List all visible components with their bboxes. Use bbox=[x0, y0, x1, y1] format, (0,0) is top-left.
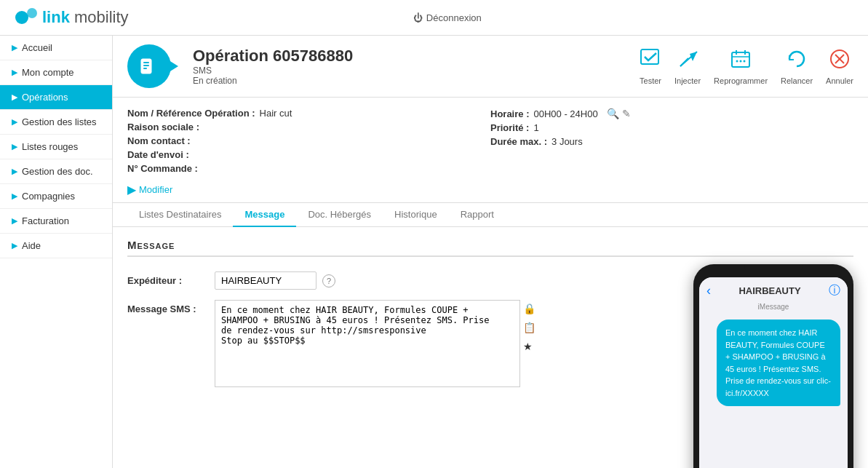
main-layout: ▶ Accueil ▶ Mon compte ▶ Opérations ▶ Ge… bbox=[0, 36, 868, 468]
form-fields: Expéditeur : ? Message SMS : En ce momen… bbox=[127, 271, 672, 468]
detail-date: Date d'envoi : bbox=[127, 149, 490, 160]
svg-rect-6 bbox=[641, 49, 658, 64]
tabs-bar: Listes Destinataires Message Doc. Héberg… bbox=[113, 203, 868, 227]
copy-icon[interactable]: 📋 bbox=[523, 322, 535, 333]
reprogrammer-button[interactable]: Reprogrammer bbox=[714, 48, 768, 85]
detail-priorite: Priorité : 1 bbox=[490, 122, 853, 133]
chevron-right-icon: ▶ bbox=[12, 241, 17, 250]
chevron-right-icon: ▶ bbox=[12, 167, 17, 176]
chevron-right-icon: ▶ bbox=[12, 68, 17, 77]
chevron-right-icon: ▶ bbox=[12, 142, 17, 151]
svg-point-0 bbox=[15, 11, 28, 24]
form-row-sms: Message SMS : En ce moment chez HAIR BEA… bbox=[127, 300, 672, 387]
sidebar-item-mon-compte[interactable]: ▶ Mon compte bbox=[0, 60, 112, 85]
refresh-icon bbox=[786, 48, 808, 74]
annuler-button[interactable]: Annuler bbox=[826, 48, 853, 85]
operation-icon bbox=[127, 44, 171, 88]
chevron-right-icon: ▶ bbox=[12, 191, 17, 201]
send-icon bbox=[677, 48, 698, 74]
lock-icon[interactable]: 🔒 bbox=[523, 303, 535, 314]
message-section: Message Expéditeur : ? Message SMS : bbox=[113, 227, 868, 468]
tab-doc[interactable]: Doc. Hébergés bbox=[296, 203, 383, 227]
svg-rect-5 bbox=[143, 68, 147, 69]
detail-contact: Nom contact : bbox=[127, 135, 490, 146]
sms-icons: 🔒 📋 ★ bbox=[523, 300, 535, 352]
sidebar-item-aide[interactable]: ▶ Aide bbox=[0, 234, 112, 258]
phone-bubble-wrap: En ce moment chez HAIR BEAUTY, Formules … bbox=[699, 315, 848, 324]
svg-point-14 bbox=[736, 60, 738, 62]
tester-button[interactable]: Tester bbox=[640, 48, 661, 85]
chevron-right-icon: ▶ bbox=[12, 43, 17, 52]
svg-rect-4 bbox=[143, 65, 149, 66]
deconnexion-button[interactable]: ⏻ Déconnexion bbox=[413, 12, 482, 23]
relancer-button[interactable]: Relancer bbox=[781, 48, 813, 85]
star-icon[interactable]: ★ bbox=[523, 341, 535, 352]
modifier-button[interactable]: ▶ Modifier bbox=[127, 183, 853, 197]
expediteur-label: Expéditeur : bbox=[127, 271, 207, 286]
detail-raison: Raison sociale : bbox=[127, 122, 490, 132]
modifier-icon: ▶ bbox=[127, 183, 136, 197]
edit-icon[interactable]: ✎ bbox=[622, 108, 631, 119]
tab-rapport[interactable]: Rapport bbox=[449, 203, 506, 227]
svg-point-15 bbox=[740, 60, 742, 62]
detail-horaire: Horaire : 00H00 - 24H00 🔍 ✎ bbox=[490, 108, 853, 119]
logo-text: link mobility bbox=[42, 8, 129, 27]
tab-listes[interactable]: Listes Destinataires bbox=[127, 203, 233, 227]
sidebar-item-compagnies[interactable]: ▶ Compagnies bbox=[0, 184, 112, 209]
sidebar-item-accueil[interactable]: ▶ Accueil bbox=[0, 36, 112, 60]
message-section-title: Message bbox=[127, 239, 853, 257]
help-icon[interactable]: ? bbox=[322, 274, 335, 287]
search-icon[interactable]: 🔍 bbox=[607, 108, 619, 119]
sms-textarea-wrap: En ce moment chez HAIR BEAUTY, Formules … bbox=[215, 300, 535, 387]
phone-contact-name: HAIRBEAUTY bbox=[738, 285, 800, 296]
sms-textarea[interactable]: En ce moment chez HAIR BEAUTY, Formules … bbox=[215, 300, 520, 387]
sidebar-item-listes-rouges[interactable]: ▶ Listes rouges bbox=[0, 135, 112, 159]
x-circle-icon bbox=[829, 48, 851, 74]
sidebar-item-gestion-listes[interactable]: ▶ Gestion des listes bbox=[0, 110, 112, 135]
sidebar-item-facturation[interactable]: ▶ Facturation bbox=[0, 209, 112, 234]
top-bar: link mobility ⏻ Déconnexion bbox=[0, 0, 868, 36]
svg-rect-3 bbox=[143, 62, 149, 63]
operation-subtitle: SMS En création bbox=[193, 66, 625, 86]
chevron-right-icon: ▶ bbox=[12, 216, 17, 226]
detail-duree: Durée max. : 3 Jours bbox=[490, 136, 853, 147]
logo: link mobility bbox=[15, 6, 129, 29]
chevron-right-icon: ▶ bbox=[12, 92, 17, 102]
chevron-right-icon: ▶ bbox=[12, 117, 17, 127]
form-area: Expéditeur : ? Message SMS : En ce momen… bbox=[127, 271, 853, 468]
injecter-button[interactable]: Injecter bbox=[674, 48, 701, 85]
detail-nom: Nom / Référence Opération : Hair cut bbox=[127, 108, 490, 119]
calendar-icon bbox=[730, 48, 752, 74]
horaire-icons: 🔍 ✎ bbox=[607, 108, 631, 119]
operation-arrow bbox=[167, 59, 178, 74]
operation-details: Nom / Référence Opération : Hair cut Rai… bbox=[113, 98, 868, 203]
expediteur-input[interactable] bbox=[215, 271, 316, 290]
svg-point-16 bbox=[744, 60, 746, 62]
phone-mockup: ‹ HAIRBEAUTY ⓘ iMessage En ce moment che… bbox=[693, 264, 853, 468]
phone-info-icon: ⓘ bbox=[829, 283, 840, 298]
operation-title-area: Opération 605786880 SMS En création bbox=[193, 47, 625, 86]
tab-historique[interactable]: Historique bbox=[383, 203, 449, 227]
form-row-expediteur: Expéditeur : ? bbox=[127, 271, 672, 290]
operation-title: Opération 605786880 bbox=[193, 47, 625, 66]
phone-message-bubble: En ce moment chez HAIR BEAUTY, Formules … bbox=[717, 320, 840, 406]
svg-marker-8 bbox=[690, 52, 697, 61]
sidebar-item-operations[interactable]: ▶ Opérations bbox=[0, 85, 112, 110]
sidebar: ▶ Accueil ▶ Mon compte ▶ Opérations ▶ Ge… bbox=[0, 36, 113, 468]
phone-screen-header: ‹ HAIRBEAUTY ⓘ bbox=[699, 277, 848, 301]
check-icon bbox=[640, 48, 661, 74]
phone-screen: ‹ HAIRBEAUTY ⓘ iMessage En ce moment che… bbox=[699, 277, 848, 468]
expediteur-input-area: ? bbox=[215, 271, 335, 290]
svg-rect-10 bbox=[732, 52, 749, 67]
phone-imessage-label: iMessage bbox=[699, 301, 848, 315]
phone-back-icon: ‹ bbox=[706, 283, 711, 298]
power-icon: ⏻ bbox=[413, 12, 423, 23]
operation-actions: Tester Injecter bbox=[640, 48, 853, 85]
sms-label: Message SMS : bbox=[127, 300, 207, 314]
logo-icon bbox=[15, 6, 42, 29]
detail-commande: N° Commande : bbox=[127, 163, 490, 174]
sidebar-item-gestion-doc[interactable]: ▶ Gestion des doc. bbox=[0, 159, 112, 184]
tab-message[interactable]: Message bbox=[233, 203, 296, 227]
svg-point-1 bbox=[27, 8, 37, 18]
content-area: Opération 605786880 SMS En création Test… bbox=[113, 36, 868, 468]
